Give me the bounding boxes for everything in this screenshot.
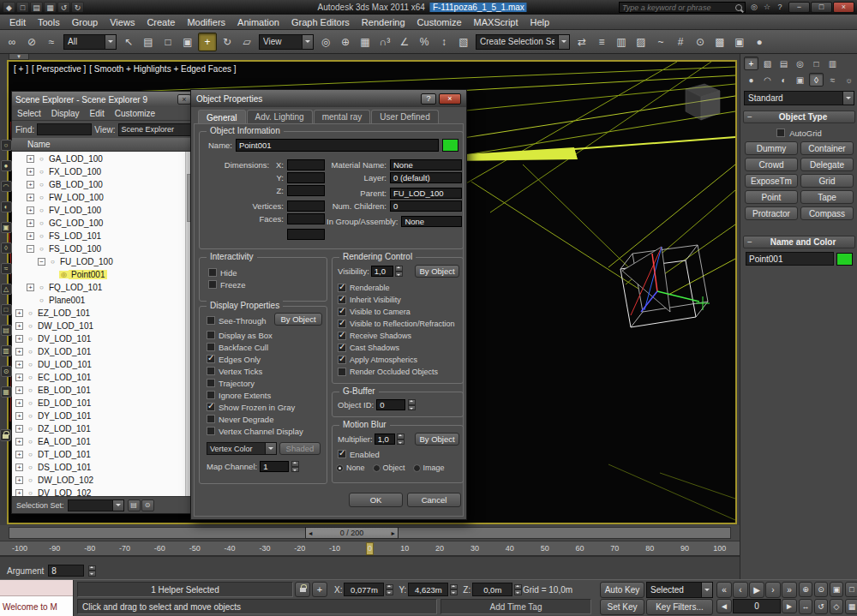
field-of-view-icon[interactable]: ◇ [830,599,843,614]
scene-explorer-menu-item[interactable]: Edit [85,109,110,118]
expand-toggle[interactable]: + [15,438,23,446]
tree-row[interactable]: + ○ DY_LOD_101 [12,410,195,422]
tree-row[interactable]: + ○ DX_LOD_101 [12,345,195,358]
chevron-down-icon[interactable] [558,35,569,49]
spinner[interactable] [291,461,299,472]
object-type-button[interactable]: Compass [800,206,854,220]
menu-item[interactable]: Customize [411,17,468,27]
search-icon[interactable] [735,4,742,11]
scene-explorer-menu-item[interactable]: Select [12,109,46,118]
expand-toggle[interactable]: + [15,412,23,420]
checkbox-row[interactable]: Display as Box [207,329,303,341]
tree-row[interactable]: + ○ DW_LOD_102 [12,474,195,487]
checkbox-row[interactable]: Show Frozen in Gray [207,401,303,413]
edit-named-selection-sets-icon[interactable]: ▧ [454,33,473,51]
checkbox-row[interactable]: Visible to Reflection/Refraction [338,318,463,330]
checkbox[interactable] [207,415,215,423]
object-color-swatch[interactable] [442,139,458,152]
checkbox[interactable] [338,332,346,340]
checkbox[interactable] [207,379,215,387]
enabled-checkbox[interactable]: Enabled [338,448,380,460]
checkbox-row[interactable]: Receive Shadows [338,330,463,342]
cancel-button[interactable]: Cancel [407,493,461,507]
viewport-label-segment[interactable]: [ + ] [14,64,28,74]
time-slider[interactable]: ◄ 0 / 200 ► [0,525,740,541]
chevron-down-icon[interactable] [701,583,712,597]
menu-item[interactable]: Tools [32,17,66,27]
go-to-start-button[interactable]: « [716,582,732,598]
spinner[interactable] [386,584,393,595]
zoom-extents-icon[interactable]: ▣ [830,582,843,597]
selection-lock-toggle[interactable] [295,582,310,597]
spinner-snap-icon[interactable]: ↕ [434,33,453,51]
viewport-label-segment[interactable]: [ Smooth + Highlights + Edged Faces ] [89,64,236,74]
graphite-ribbon-icon[interactable]: ▨ [632,33,650,51]
previous-frame-button[interactable]: ‹ [733,582,748,598]
add-time-tag[interactable]: Add Time Tag [440,599,591,614]
close-button[interactable]: × [833,2,854,13]
viewport-label-segment[interactable]: [ Perspective ] [32,64,86,74]
checkbox[interactable] [338,344,346,352]
checkbox-row[interactable]: Vertex Ticks [207,365,303,377]
go-to-end-button[interactable]: » [782,582,797,598]
object-type-button[interactable]: Grid [800,174,854,188]
max-logo-icon[interactable]: ◆ [3,2,15,13]
visibility-by-object-button[interactable]: By Object [415,265,459,278]
select-object-icon[interactable]: ↖ [119,33,138,51]
checkbox-row[interactable]: Inherit Visibility [338,294,463,306]
selection-set-dropdown[interactable] [68,499,124,511]
object-type-button[interactable]: Point [745,190,798,204]
tree-row[interactable]: + ○ FW_LOD_100 [12,191,195,204]
tree-row[interactable]: + ○ EA_LOD_101 [12,435,195,448]
checkbox[interactable] [207,391,215,399]
spinner[interactable] [395,266,403,277]
chevron-down-icon[interactable] [112,500,123,511]
rectangular-selection-region-icon[interactable]: □ [159,33,177,51]
expand-toggle[interactable]: + [15,463,23,471]
help-icon[interactable]: ? [774,2,786,13]
checkbox[interactable] [338,296,346,304]
expand-toggle[interactable]: + [15,374,23,381]
zoom-region-icon[interactable]: □ [845,582,857,597]
checkbox[interactable] [207,355,215,363]
motion-blur-by-object-button[interactable]: By Object [415,433,459,446]
time-slider-track[interactable]: ◄ 0 / 200 ► [9,527,731,539]
curve-editor-icon[interactable]: ~ [651,33,670,51]
display-cameras-icon[interactable]: ▣ [1,222,12,233]
previous-key-button[interactable]: ◄ [716,599,732,613]
help-icon[interactable]: ? [421,93,436,105]
key-filter-set-dropdown[interactable]: Selected [646,582,713,598]
window-crossing-icon[interactable]: ▣ [178,33,197,51]
chevron-down-icon[interactable] [842,92,854,105]
object-id-field[interactable]: 0 [376,399,405,410]
checkbox-row[interactable]: Trajectory [207,377,303,389]
tree-row[interactable]: + ○ GC_LOD_100 [12,217,195,230]
hierarchy-tab-icon[interactable]: ▤ [776,57,791,70]
chevron-down-icon[interactable] [265,443,276,454]
scene-explorer-menu-item[interactable]: Customize [110,109,160,118]
chevron-down-icon[interactable] [302,35,313,49]
render-setup-icon[interactable]: ▩ [710,33,729,51]
set-key-button[interactable]: Set Key [600,599,644,615]
expand-toggle[interactable]: + [15,309,23,317]
display-groups-icon[interactable]: ▤ [1,325,12,336]
spinner[interactable] [450,584,458,595]
key-filters-button[interactable]: Key Filters... [646,599,713,615]
undo-icon[interactable]: ↺ [57,2,70,13]
dialog-tab[interactable]: mental ray [314,110,371,123]
pan-icon[interactable]: ↔ [799,599,812,614]
motion-blur-option[interactable]: None [336,463,365,472]
object-type-button[interactable]: Delegate [800,158,854,171]
expand-toggle[interactable]: + [15,386,23,394]
render-production-icon[interactable]: ● [750,33,769,51]
zoom-all-icon[interactable]: ⊙ [814,582,828,597]
object-type-button[interactable]: Dummy [745,141,798,155]
name-and-color-rollout-header[interactable]: − Name and Color [743,236,855,248]
see-through-checkbox[interactable]: See-Through [207,314,266,326]
multiplier-field[interactable]: 1,0 [375,434,395,445]
use-pivot-point-icon[interactable]: ◎ [316,33,335,51]
menu-item[interactable]: Edit [3,17,32,27]
checkbox-row[interactable]: Cast Shadows [338,342,463,354]
orbit-icon[interactable]: ↺ [814,599,828,614]
dialog-tab[interactable]: Adv. Lighting [247,110,313,123]
